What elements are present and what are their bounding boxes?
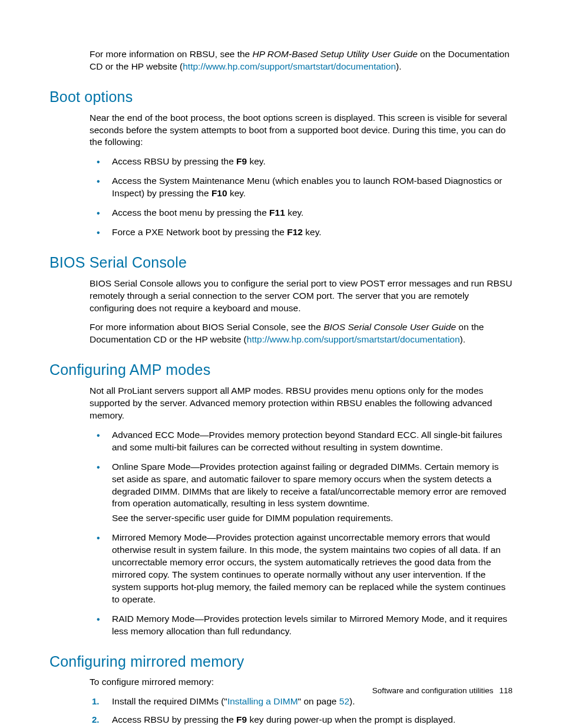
amp-modes-list: Advanced ECC Mode—Provides memory protec… bbox=[90, 429, 513, 638]
doc-title-italic: BIOS Serial Console User Guide bbox=[323, 322, 456, 332]
hp-website-link[interactable]: http://www.hp.com/support/smartstart/doc… bbox=[183, 61, 396, 71]
bios-paragraph-2: For more information about BIOS Serial C… bbox=[90, 321, 513, 346]
key-f12: F12 bbox=[287, 227, 303, 237]
text: Online Spare Mode—Provides protection ag… bbox=[112, 461, 513, 510]
list-item: Access the boot menu by pressing the F11… bbox=[90, 207, 513, 219]
list-item: Access RBSU by pressing the F9 key. bbox=[90, 156, 513, 168]
text: ). bbox=[396, 61, 401, 71]
list-item: Mirrored Memory Mode—Provides protection… bbox=[90, 532, 513, 606]
boot-intro-paragraph: Near the end of the boot process, the bo… bbox=[90, 112, 513, 149]
boot-options-list: Access RBSU by pressing the F9 key. Acce… bbox=[90, 156, 513, 239]
text: For more information about BIOS Serial C… bbox=[90, 322, 323, 332]
text: Access the System Maintenance Menu (whic… bbox=[112, 176, 503, 198]
step-2: Access RBSU by pressing the F9 key durin… bbox=[90, 714, 513, 726]
key-f9: F9 bbox=[236, 156, 247, 166]
text: key. bbox=[227, 188, 246, 198]
page-ref-link[interactable]: 52 bbox=[339, 696, 349, 706]
hp-website-link[interactable]: http://www.hp.com/support/smartstart/doc… bbox=[247, 334, 460, 344]
list-item: RAID Memory Mode—Provides protection lev… bbox=[90, 613, 513, 638]
heading-bios-serial-console: BIOS Serial Console bbox=[49, 253, 513, 273]
text: key. bbox=[285, 207, 304, 218]
list-item: Online Spare Mode—Provides protection ag… bbox=[90, 461, 513, 525]
list-item: Advanced ECC Mode—Provides memory protec… bbox=[90, 429, 513, 454]
key-f11: F11 bbox=[269, 207, 285, 218]
text: For more information on RBSU, see the bbox=[90, 49, 253, 59]
text: " on page bbox=[298, 696, 339, 706]
key-f10: F10 bbox=[211, 188, 227, 198]
text: Force a PXE Network boot by pressing the bbox=[112, 227, 287, 237]
key-f9: F9 bbox=[236, 714, 247, 724]
text: Access RBSU by pressing the bbox=[112, 156, 236, 166]
heading-configuring-mirrored-memory: Configuring mirrored memory bbox=[49, 652, 513, 672]
step-1: Install the required DIMMs ("Installing … bbox=[90, 696, 513, 708]
text: ). bbox=[460, 334, 465, 344]
text: Install the required DIMMs (" bbox=[112, 696, 227, 706]
text: key. bbox=[247, 156, 266, 166]
footer-section: Software and configuration utilities bbox=[372, 686, 494, 695]
text: key. bbox=[303, 227, 322, 237]
text: key during power-up when the prompt is d… bbox=[247, 714, 455, 724]
heading-configuring-amp-modes: Configuring AMP modes bbox=[49, 360, 513, 380]
doc-title-italic: HP ROM-Based Setup Utility User Guide bbox=[253, 49, 418, 59]
dimm-note: See the server-specific user guide for D… bbox=[112, 512, 513, 525]
list-item: Force a PXE Network boot by pressing the… bbox=[90, 226, 513, 239]
text: ). bbox=[349, 696, 355, 706]
intro-paragraph: For more information on RBSU, see the HP… bbox=[90, 48, 513, 73]
text: Access the boot menu by pressing the bbox=[112, 207, 269, 218]
page: For more information on RBSU, see the HP… bbox=[0, 0, 562, 728]
heading-boot-options: Boot options bbox=[49, 87, 513, 107]
installing-dimm-link[interactable]: Installing a DIMM bbox=[227, 696, 298, 706]
page-footer: Software and configuration utilities118 bbox=[372, 686, 513, 696]
bios-paragraph-1: BIOS Serial Console allows you to config… bbox=[90, 278, 513, 315]
list-item: Access the System Maintenance Menu (whic… bbox=[90, 175, 513, 200]
amp-intro-paragraph: Not all ProLiant servers support all AMP… bbox=[90, 385, 513, 422]
footer-page-number: 118 bbox=[499, 686, 513, 695]
text: Access RBSU by pressing the bbox=[112, 714, 236, 724]
mirror-steps: Install the required DIMMs ("Installing … bbox=[90, 696, 513, 726]
